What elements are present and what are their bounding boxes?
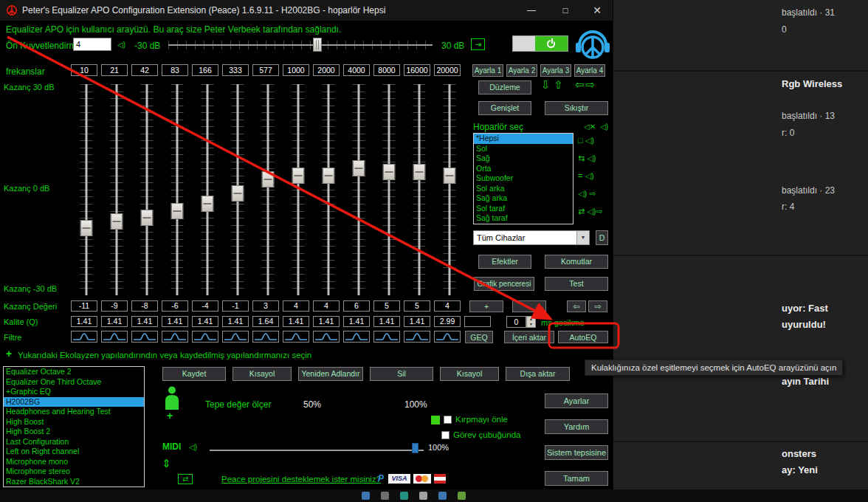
delay-value-box[interactable]: 0 xyxy=(506,316,526,328)
freq-value-box[interactable]: 2000 xyxy=(313,64,340,76)
q-value-box[interactable]: 1.41 xyxy=(404,316,430,327)
arrow-right-icon[interactable]: ⇨ xyxy=(586,78,597,91)
gain-value-box[interactable]: 5 xyxy=(404,300,430,312)
filter-type-button[interactable] xyxy=(222,331,249,343)
preset-list-item[interactable]: Left on Right channel xyxy=(4,447,144,457)
gain-value-box[interactable]: -6 xyxy=(162,300,188,312)
channel-routing-icon[interactable]: □ ◁) xyxy=(578,136,603,154)
donate-link[interactable]: Peace projesini desteklemek ister misini… xyxy=(221,475,381,484)
gain-value-box[interactable]: -9 xyxy=(101,300,128,312)
minimize-button[interactable]: — xyxy=(515,0,548,21)
slider-handle[interactable] xyxy=(110,213,123,230)
freq-value-box[interactable]: 8000 xyxy=(373,64,400,76)
gain-minus-button[interactable]: - xyxy=(512,300,546,312)
q-value-box[interactable]: 1.41 xyxy=(101,316,128,327)
filter-type-button[interactable] xyxy=(343,331,370,343)
q-value-box[interactable]: 1.64 xyxy=(252,316,279,327)
preamp-slider[interactable] xyxy=(168,37,433,53)
eq-band-slider[interactable] xyxy=(373,80,404,300)
close-button[interactable]: ✕ xyxy=(582,0,613,21)
gain-value-box[interactable]: 5 xyxy=(373,300,400,312)
channel-routing-icon[interactable]: ◁) ⇨ xyxy=(578,189,603,207)
speaker-listbox[interactable]: *HepsiSolSağOrtaSubwooferSol arkaSağ ark… xyxy=(473,133,574,224)
q-value-box[interactable]: 1.41 xyxy=(343,316,370,327)
preset-list-item[interactable]: Equalizer One Third Octave xyxy=(4,377,144,388)
eq-band-slider[interactable] xyxy=(252,80,283,300)
eq-band-slider[interactable] xyxy=(101,80,131,300)
q-value-box[interactable]: 1.41 xyxy=(192,316,218,327)
eq-band-slider[interactable] xyxy=(192,80,222,300)
gain-value-box[interactable]: -11 xyxy=(71,300,97,312)
slider-handle[interactable] xyxy=(382,164,395,180)
filter-type-button[interactable] xyxy=(252,331,279,343)
expand-button[interactable]: Genişlet xyxy=(478,101,531,115)
taskbar-icon[interactable] xyxy=(362,492,370,500)
q-value-box[interactable]: 1.41 xyxy=(222,316,249,327)
preamp-value-input[interactable] xyxy=(73,38,111,51)
geq-button[interactable]: GEQ xyxy=(465,331,493,343)
arrow-up-icon[interactable]: ⇧ xyxy=(554,78,568,91)
speaker-list-item[interactable]: Sağ xyxy=(474,154,573,164)
speaker-list-item[interactable]: Sol taraf xyxy=(474,204,573,214)
nudge-right-button[interactable]: ⇨ xyxy=(588,300,607,312)
filter-type-button[interactable] xyxy=(162,331,188,343)
shift-down-up-icons[interactable]: ⇩⇧ xyxy=(541,78,567,92)
speaker-list-item[interactable]: Sol arka xyxy=(474,184,573,194)
freq-value-box[interactable]: 333 xyxy=(222,64,249,76)
freq-value-box[interactable]: 166 xyxy=(192,64,218,76)
filter-type-button[interactable] xyxy=(192,331,218,343)
graph-window-button[interactable]: Grafik penceresi xyxy=(474,277,534,291)
volume-slider-handle[interactable] xyxy=(412,443,418,453)
slider-handle[interactable] xyxy=(261,171,274,188)
device-dropdown[interactable]: Tüm Cihazlar ▼ xyxy=(473,230,590,245)
gain-value-box[interactable]: -8 xyxy=(131,300,158,312)
q-value-box[interactable]: 1.41 xyxy=(313,316,340,327)
titlebar[interactable]: Peter's Equalizer APO Configuration Exte… xyxy=(0,0,613,21)
eq-band-slider[interactable] xyxy=(313,80,343,300)
arrow-left-icon[interactable]: ⇦ xyxy=(575,78,586,91)
volume-slider[interactable] xyxy=(210,442,424,454)
taskbar-icon[interactable] xyxy=(381,492,389,500)
prevent-clipping-checkbox[interactable] xyxy=(444,416,452,424)
q-value-box[interactable]: 1.41 xyxy=(373,316,400,327)
taskbar-icon[interactable] xyxy=(400,492,408,500)
nudge-left-button[interactable]: ⇦ xyxy=(567,300,586,312)
eq-band-slider[interactable] xyxy=(283,80,313,300)
ayarla-button[interactable]: Ayarla 3 xyxy=(540,64,571,77)
preset-list-item[interactable]: H2002BG xyxy=(4,397,144,408)
taskbar-checkbox[interactable] xyxy=(441,431,450,439)
eq-band-slider[interactable] xyxy=(222,80,252,300)
gain-value-box[interactable]: 3 xyxy=(252,300,279,312)
speaker-list-item[interactable]: Subwoofer xyxy=(474,173,573,184)
speaker-volume-icon[interactable]: ◁) xyxy=(600,123,608,131)
slider-handle[interactable] xyxy=(443,168,455,184)
gain-plus-button[interactable]: + xyxy=(469,300,503,312)
eq-band-slider[interactable] xyxy=(162,80,192,300)
slider-handle[interactable] xyxy=(231,185,244,202)
slider-handle[interactable] xyxy=(292,168,304,184)
speaker-list-item[interactable]: Sağ taraf xyxy=(474,213,573,224)
preset-list-item[interactable]: Headphones and Hearing Test xyxy=(4,407,144,417)
preset-list-item[interactable]: High Boost 2 xyxy=(4,427,144,437)
channel-routing-icon[interactable]: ⇆ ◁) xyxy=(578,154,603,171)
eq-band-slider[interactable] xyxy=(404,80,434,300)
freq-value-box[interactable]: 42 xyxy=(131,64,158,76)
preset-action-button[interactable]: Kısayol xyxy=(232,367,292,381)
taskbar-icon[interactable] xyxy=(458,492,466,500)
freq-value-box[interactable]: 21 xyxy=(101,64,128,76)
q-value-box[interactable] xyxy=(464,316,491,327)
speaker-list-item[interactable]: Sağ arka xyxy=(474,193,573,204)
output-route-icon[interactable]: ⇥ xyxy=(471,38,485,50)
side-button[interactable]: Yardım xyxy=(545,419,608,434)
freq-value-box[interactable]: 16000 xyxy=(404,64,430,76)
channel-routing-icon[interactable]: ⇄ ◁)⇨ xyxy=(578,207,603,224)
slider-handle[interactable] xyxy=(80,220,92,236)
add-user-icon[interactable]: + xyxy=(167,410,173,422)
gain-value-box[interactable]: 6 xyxy=(343,300,370,312)
flatten-button[interactable]: Düzleme xyxy=(478,80,531,94)
shift-left-right-icons[interactable]: ⇦⇨ xyxy=(575,78,596,92)
preamp-slider-handle[interactable] xyxy=(313,38,322,52)
test-button[interactable]: Test xyxy=(545,277,608,291)
effects-button[interactable]: Efektler xyxy=(478,255,531,269)
side-button[interactable]: Tamam xyxy=(545,471,608,486)
